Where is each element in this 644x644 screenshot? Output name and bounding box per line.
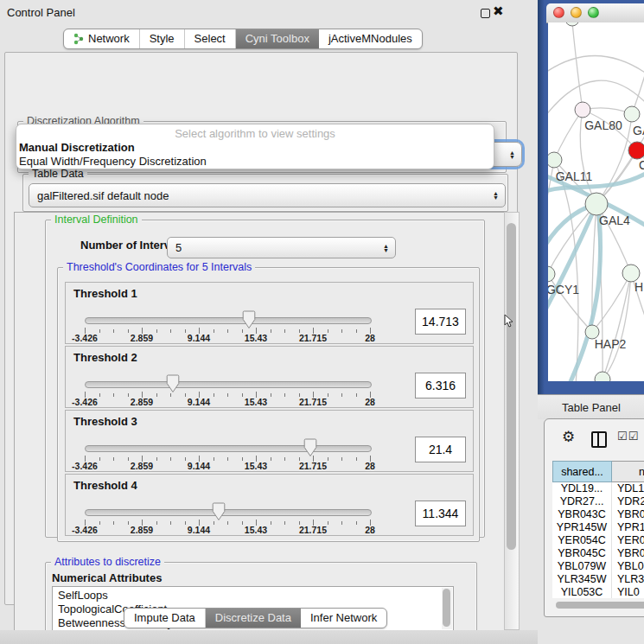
threshold-value-box[interactable]: 21.4	[415, 437, 466, 462]
threshold-value-box[interactable]: 14.713	[415, 309, 466, 335]
node-label: GAL11	[556, 169, 593, 183]
node-label: HAP2	[595, 337, 627, 351]
column-header-name[interactable]: n	[612, 461, 644, 482]
float-window-icon[interactable]	[481, 9, 490, 18]
node-label: GA	[633, 124, 644, 137]
close-icon[interactable]: ✖	[493, 3, 504, 19]
table-row[interactable]: YLR345WYLR3	[552, 573, 644, 586]
tab-discretize-data[interactable]: Discretize Data	[206, 609, 301, 628]
dropdown-item[interactable]: Select algorithm to view settings	[16, 127, 494, 141]
threshold-panel: Threshold 1 -3.4262.8599.14415.4321.7152…	[65, 282, 474, 344]
mouse-cursor	[504, 315, 514, 328]
attributes-list-scrollbar[interactable]	[442, 588, 452, 629]
tab-select[interactable]: Select	[185, 29, 236, 48]
scrollbar-thumb[interactable]	[507, 223, 516, 550]
table-row[interactable]: YDR27...YDR2	[552, 495, 644, 508]
panel-title: Control Panel	[7, 6, 75, 19]
slider-track[interactable]	[85, 317, 372, 324]
table-data-combo[interactable]: galFiltered.sif default node ▲▼	[29, 183, 506, 207]
group-title: Table Data	[29, 168, 87, 180]
slider-thumb[interactable]	[303, 438, 317, 457]
cell-shared-name: YBR043C	[552, 508, 612, 521]
node-label: GCY1	[548, 283, 579, 296]
scale-label: 15.43	[245, 525, 267, 535]
table-row[interactable]: YER054CYER0	[552, 534, 644, 547]
cell-name: YLR3	[612, 573, 644, 586]
slider-scale: -3.4262.8599.14415.4321.71528	[66, 461, 473, 471]
column-header-shared-name[interactable]: shared...	[552, 461, 612, 482]
slider-scale: -3.4262.8599.14415.4321.71528	[66, 397, 473, 407]
slider-track[interactable]	[85, 445, 372, 452]
scale-label: 9.144	[188, 461, 210, 471]
zoom-traffic-light[interactable]	[588, 7, 599, 18]
node-ga[interactable]	[624, 106, 640, 122]
table-row[interactable]: YPR145WYPR1	[552, 521, 644, 534]
tab-network[interactable]: Network	[64, 29, 140, 48]
network-window-titlebar[interactable]	[546, 3, 644, 23]
tab-infer-network[interactable]: Infer Network	[301, 609, 386, 628]
cell-name: YBR0	[612, 508, 644, 521]
table-panel-titlebar: Table Panel	[538, 394, 644, 419]
node-top-partial[interactable]	[565, 22, 579, 26]
table-row[interactable]: YBR043CYBR0	[552, 508, 644, 521]
scrollbar-thumb[interactable]	[443, 589, 450, 627]
slider-thumb[interactable]	[212, 502, 226, 521]
node-gcy1[interactable]	[548, 266, 555, 282]
columns-icon[interactable]	[591, 431, 607, 448]
slider-track[interactable]	[85, 509, 372, 516]
scale-label: 28	[365, 397, 375, 407]
tab-jactivemnodules[interactable]: jActiveMNodules	[319, 29, 422, 48]
checkbox-icons[interactable]: ☑☑	[617, 430, 639, 443]
table-horizontal-scrollbar[interactable]	[549, 601, 644, 609]
table-rows: YDL19...YDL1YDR27...YDR2YBR043CYBR0YPR14…	[552, 482, 644, 598]
cell-name: YPR1	[612, 521, 644, 534]
threshold-panel: Threshold 2 -3.4262.8599.14415.4321.7152…	[65, 346, 474, 408]
node-bottom-partial[interactable]	[595, 372, 610, 381]
attribute-item[interactable]: SelfLoops	[53, 589, 453, 603]
number-of-intervals-combo[interactable]: 5 ▲▼	[167, 237, 396, 258]
threshold-label: Threshold 4	[73, 479, 137, 492]
slider-thumb[interactable]	[242, 310, 256, 329]
number-of-intervals-value: 5	[175, 241, 182, 254]
scale-label: -3.426	[72, 333, 98, 343]
scale-label: 9.144	[188, 333, 210, 343]
combo-stepper-icon: ▲▼	[509, 150, 515, 159]
close-traffic-light[interactable]	[553, 7, 564, 18]
scale-label: 21.715	[299, 461, 327, 471]
gear-icon[interactable]: ⚙	[562, 428, 575, 446]
node-gal80[interactable]	[575, 102, 590, 118]
tab-style[interactable]: Style	[140, 29, 185, 48]
network-canvas[interactable]: GAL80GACGAL11GAL4GCY1HHAP2	[548, 22, 644, 381]
node-h[interactable]	[622, 265, 640, 282]
node-gal11[interactable]	[548, 152, 562, 168]
tab-impute-data[interactable]: Impute Data	[124, 609, 206, 628]
table-row[interactable]: YBL079WYBL0	[552, 560, 644, 573]
table-row[interactable]: YDL19...YDL1	[552, 482, 644, 495]
node-gal4[interactable]	[585, 193, 608, 215]
slider-thumb[interactable]	[166, 374, 180, 393]
slider-track[interactable]	[85, 381, 372, 388]
threshold-label: Threshold 1	[73, 287, 137, 300]
threshold-value-box[interactable]: 6.316	[415, 373, 466, 399]
network-edge	[596, 126, 644, 204]
network-view-window[interactable]: GAL80GACGAL11GAL4GCY1HHAP2	[538, 0, 644, 394]
node-red-selected[interactable]	[628, 142, 644, 159]
table-row[interactable]: YBR045CYBR0	[552, 547, 644, 560]
network-edge	[572, 22, 583, 110]
numerical-attributes-label: Numerical Attributes	[52, 571, 162, 584]
threshold-value-box[interactable]: 11.344	[415, 501, 466, 526]
scrollbar-thumb[interactable]	[556, 602, 644, 609]
dropdown-item[interactable]: Manual Discretization	[16, 141, 494, 155]
table-data-combo-value: galFiltered.sif default node	[37, 189, 169, 202]
minimize-traffic-light[interactable]	[571, 7, 582, 18]
dropdown-item[interactable]: Equal Width/Frequency Discretization	[16, 155, 494, 169]
scale-label: -3.426	[72, 461, 98, 471]
network-edge	[554, 110, 583, 160]
tab-cyni-toolbox[interactable]: Cyni Toolbox	[236, 29, 319, 48]
cell-shared-name: YIL053C	[552, 586, 612, 598]
cell-name: YER0	[612, 534, 644, 547]
table-row[interactable]: YIL053CYIL0	[552, 586, 644, 598]
scale-label: 2.859	[131, 461, 153, 471]
slider-scale: -3.4262.8599.14415.4321.71528	[66, 333, 473, 343]
tab-label: Infer Network	[310, 609, 377, 628]
